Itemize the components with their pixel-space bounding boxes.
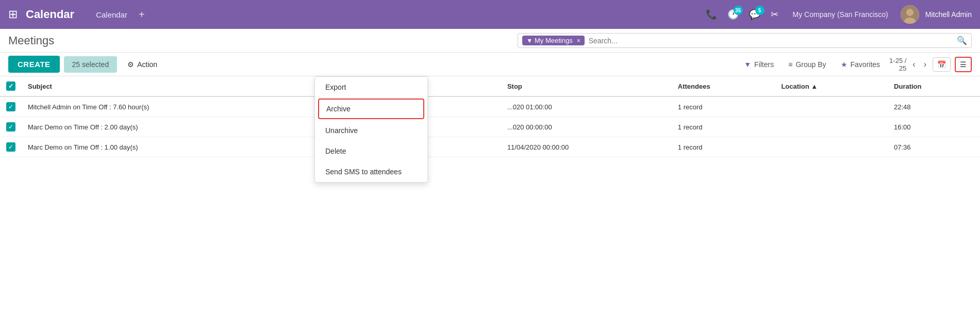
row-location [775,96,888,117]
filter-tag-close-icon[interactable]: × [577,37,580,44]
group-by-lines-icon: ≡ [788,60,792,69]
row-checkbox[interactable]: ✓ [6,102,15,111]
col-location[interactable]: Location ▲ [775,76,888,96]
row-location [775,117,888,137]
row-checkbox-cell[interactable]: ✓ [0,96,22,117]
apps-menu-icon[interactable]: ⊞ [8,8,18,21]
col-duration[interactable]: Duration [888,76,980,96]
filter-funnel-icon: ▼ [526,37,533,44]
col-stop[interactable]: Stop [501,76,672,96]
username: Mitchell Admin [925,10,972,19]
filters-label: Filters [754,60,774,69]
phone-icon[interactable]: 📞 [706,9,717,20]
pagination: 1-25 / 25 [889,57,906,72]
create-button[interactable]: CREATE [8,56,60,73]
clock-icon[interactable]: 🕐 35 [727,9,739,20]
col-subject[interactable]: Subject [22,76,330,96]
row-subject: Marc Demo on Time Off : 2.00 day(s) [22,117,330,137]
row-checkbox-cell[interactable]: ✓ [0,137,22,157]
gear-icon: ⚙ [127,60,134,69]
row-subject: Marc Demo on Time Off : 1.00 day(s) [22,137,330,157]
filters-button[interactable]: ▼ Filters [739,57,779,72]
row-duration: 22:48 [888,96,980,117]
filter-funnel-icon: ▼ [744,60,751,69]
row-checkbox[interactable]: ✓ [6,142,15,152]
dropdown-item-unarchive[interactable]: Unarchive [315,120,427,141]
svg-point-1 [906,9,913,16]
row-checkbox-cell[interactable]: ✓ [0,117,22,137]
table-header-row: ✓ Subject Start Stop Attendees Location … [0,76,980,96]
row-checkbox[interactable]: ✓ [6,122,15,132]
app-title: Calendar [26,8,74,21]
list-icon: ☰ [960,60,967,69]
table-row[interactable]: ✓ Marc Demo on Time Off : 2.00 day(s) 11… [0,117,980,137]
star-icon: ★ [841,60,848,69]
dropdown-item-delete[interactable]: Delete [315,141,427,157]
favorites-label: Favorites [851,60,881,69]
toolbar: CREATE 25 selected ⚙ Action ▼ Filters ≡ … [0,53,980,76]
search-input[interactable] [589,37,953,45]
tools-icon[interactable]: ✂ [771,9,778,20]
add-tab-button[interactable]: + [139,9,145,21]
page-title: Meetings [8,34,54,47]
row-attendees: 1 record [672,137,775,157]
search-bar: ▼ My Meetings × 🔍 [518,33,972,48]
table-row[interactable]: ✓ Mitchell Admin on Time Off : 7.60 hour… [0,96,980,117]
action-dropdown-button[interactable]: ⚙ Action [121,57,163,72]
calendar-icon: 📅 [937,60,946,69]
table-row[interactable]: ✓ Marc Demo on Time Off : 1.00 day(s) 11… [0,137,980,157]
row-stop: 11/04/2020 00:00:00 [501,137,672,157]
select-all-checkbox[interactable]: ✓ [6,81,15,91]
action-dropdown-menu: ExportArchiveUnarchiveDeleteSend SMS to … [314,76,428,157]
avatar[interactable] [901,5,919,24]
action-button-label: Action [137,60,157,69]
row-attendees: 1 record [672,117,775,137]
select-all-checkbox-cell[interactable]: ✓ [0,76,22,96]
chat-badge: 5 [755,6,765,15]
row-stop: ...020 01:00:00 [501,96,672,117]
dropdown-item-archive[interactable]: Archive [318,99,424,119]
row-duration: 16:00 [888,117,980,137]
filter-tag-label: My Meetings [535,37,573,44]
col-attendees[interactable]: Attendees [672,76,775,96]
calendar-view-button[interactable]: 📅 [933,57,951,72]
next-page-button[interactable]: › [922,59,928,70]
subheader: Meetings ▼ My Meetings × 🔍 [0,29,980,53]
my-meetings-filter-tag[interactable]: ▼ My Meetings × [522,36,585,45]
list-view-button[interactable]: ☰ [955,57,972,72]
row-duration: 07:36 [888,137,980,157]
chat-icon[interactable]: 💬 5 [749,9,760,20]
row-subject: Mitchell Admin on Time Off : 7.60 hour(s… [22,96,330,117]
row-location [775,137,888,157]
selected-count-button[interactable]: 25 selected [64,56,118,73]
company-name: My Company (San Francisco) [793,10,888,19]
pagination-label: 1-25 / 25 [889,57,906,72]
prev-page-button[interactable]: ‹ [910,59,917,70]
clock-badge: 35 [734,6,743,15]
dropdown-item-export[interactable]: Export [315,77,427,97]
calendar-tab[interactable]: Calendar [91,7,132,22]
search-submit-icon[interactable]: 🔍 [957,36,967,45]
favorites-button[interactable]: ★ Favorites [836,57,886,72]
top-navigation: ⊞ Calendar Calendar + 📞 🕐 35 💬 5 ✂ My Co… [0,0,980,29]
group-by-button[interactable]: ≡ Group By [783,57,831,72]
row-stop: ...020 00:00:00 [501,117,672,137]
row-attendees: 1 record [672,96,775,117]
group-by-label: Group By [795,60,826,69]
meetings-table: ✓ Subject Start Stop Attendees Location … [0,76,980,157]
